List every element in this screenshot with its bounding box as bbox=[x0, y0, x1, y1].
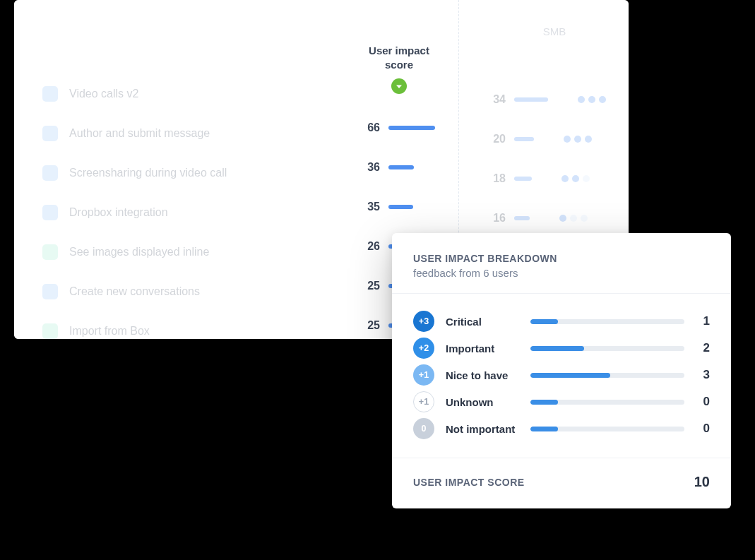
feature-label: See images displayed inline bbox=[69, 246, 209, 258]
breakdown-bar bbox=[530, 346, 684, 351]
feature-color-box bbox=[42, 244, 58, 260]
dot-icon bbox=[581, 215, 588, 222]
feature-label: Create new conversations bbox=[69, 285, 200, 298]
dot-icon bbox=[585, 136, 592, 143]
breakdown-label: Not important bbox=[446, 423, 530, 435]
smb-row: 34 bbox=[466, 80, 643, 119]
score-bar bbox=[388, 205, 413, 209]
popover-title: USER IMPACT BREAKDOWN bbox=[413, 253, 710, 264]
feature-color-box bbox=[42, 323, 58, 339]
score-value: 26 bbox=[360, 240, 380, 253]
dot-icon bbox=[583, 175, 590, 182]
popover-body: +3Critical1+2Important2+1Nice to have3+1… bbox=[392, 293, 731, 458]
breakdown-row: +1Unknown0 bbox=[413, 388, 710, 415]
feature-label: Author and submit message bbox=[69, 127, 210, 140]
smb-dots bbox=[561, 175, 590, 182]
breakdown-bar bbox=[530, 373, 684, 378]
dot-icon bbox=[578, 96, 585, 103]
score-column-header[interactable]: User impact score bbox=[339, 0, 459, 94]
feature-color-box bbox=[42, 86, 58, 102]
dot-icon bbox=[588, 96, 595, 103]
popover-header: USER IMPACT BREAKDOWN feedback from 6 us… bbox=[392, 233, 731, 293]
feature-row[interactable]: Screensharing during video call bbox=[42, 153, 339, 193]
breakdown-count: 2 bbox=[698, 341, 710, 355]
feature-row[interactable]: Dropbox integration bbox=[42, 193, 339, 232]
feature-label: Video calls v2 bbox=[69, 88, 138, 100]
smb-row: 18 bbox=[466, 159, 643, 198]
smb-dots bbox=[578, 96, 606, 103]
feature-color-box bbox=[42, 205, 58, 220]
sort-descending-icon[interactable] bbox=[391, 78, 407, 94]
feature-list: Video calls v2Author and submit messageS… bbox=[14, 74, 339, 351]
popover-footer-label: USER IMPACT SCORE bbox=[413, 477, 525, 488]
weight-badge: +3 bbox=[413, 311, 434, 332]
breakdown-count: 3 bbox=[698, 368, 710, 382]
smb-value: 34 bbox=[487, 93, 506, 106]
user-impact-breakdown-popover: USER IMPACT BREAKDOWN feedback from 6 us… bbox=[392, 233, 731, 508]
breakdown-row: +2Important2 bbox=[413, 335, 710, 362]
breakdown-label: Critical bbox=[446, 316, 530, 328]
score-value: 36 bbox=[360, 161, 380, 174]
score-value: 25 bbox=[360, 319, 380, 332]
smb-value: 16 bbox=[487, 212, 506, 225]
breakdown-label: Nice to have bbox=[446, 369, 530, 381]
popover-subtitle: feedback from 6 users bbox=[413, 267, 710, 279]
feature-label: Dropbox integration bbox=[69, 206, 168, 219]
breakdown-bar bbox=[530, 427, 684, 431]
smb-bar bbox=[514, 177, 532, 181]
score-value: 25 bbox=[360, 280, 380, 292]
feature-label: Screensharing during video call bbox=[69, 167, 227, 179]
breakdown-count: 0 bbox=[698, 422, 710, 436]
feature-row[interactable]: Create new conversations bbox=[42, 272, 339, 311]
score-row: 66 bbox=[339, 108, 459, 148]
breakdown-count: 0 bbox=[698, 395, 710, 409]
smb-dots bbox=[559, 215, 588, 222]
smb-value: 18 bbox=[487, 172, 506, 185]
feature-row[interactable]: Video calls v2 bbox=[42, 74, 339, 114]
breakdown-row: +1Nice to have3 bbox=[413, 362, 710, 388]
score-row: 35 bbox=[339, 187, 459, 227]
feature-color-box bbox=[42, 284, 58, 299]
popover-footer: USER IMPACT SCORE 10 bbox=[392, 458, 731, 508]
smb-bar bbox=[514, 97, 548, 102]
breakdown-label: Unknown bbox=[446, 396, 530, 408]
feature-row[interactable]: Author and submit message bbox=[42, 114, 339, 153]
feature-label: Import from Box bbox=[69, 325, 150, 338]
dot-icon bbox=[564, 136, 571, 143]
breakdown-label: Important bbox=[446, 342, 530, 355]
score-value: 35 bbox=[360, 201, 380, 213]
weight-badge: +1 bbox=[413, 391, 434, 412]
score-header-line1: User impact bbox=[369, 44, 429, 56]
breakdown-bar bbox=[530, 319, 684, 324]
dot-icon bbox=[561, 175, 569, 182]
feature-color-box bbox=[42, 165, 58, 181]
smb-dots bbox=[564, 136, 592, 143]
smb-bar bbox=[514, 137, 534, 141]
breakdown-row: 0Not important0 bbox=[413, 415, 710, 442]
feature-color-box bbox=[42, 126, 58, 141]
weight-badge: +2 bbox=[413, 338, 434, 359]
smb-row: 16 bbox=[466, 198, 643, 238]
score-bar bbox=[388, 165, 414, 169]
breakdown-row: +3Critical1 bbox=[413, 308, 710, 335]
smb-value: 20 bbox=[487, 133, 506, 145]
breakdown-count: 1 bbox=[698, 314, 710, 328]
smb-column-header[interactable]: SMB bbox=[466, 0, 643, 37]
weight-badge: +1 bbox=[413, 364, 434, 386]
score-row: 36 bbox=[339, 148, 459, 187]
dot-icon bbox=[572, 175, 579, 182]
dot-icon bbox=[559, 215, 566, 222]
dot-icon bbox=[570, 215, 577, 222]
feature-row[interactable]: See images displayed inline bbox=[42, 232, 339, 272]
score-header-line2: score bbox=[385, 59, 413, 71]
feature-row[interactable]: Import from Box bbox=[42, 311, 339, 351]
dot-icon bbox=[599, 96, 606, 103]
smb-row: 20 bbox=[466, 119, 643, 159]
popover-footer-score: 10 bbox=[694, 474, 710, 490]
score-bar bbox=[388, 126, 435, 130]
score-value: 66 bbox=[360, 121, 380, 134]
dot-icon bbox=[574, 136, 581, 143]
breakdown-bar bbox=[530, 400, 684, 405]
weight-badge: 0 bbox=[413, 418, 434, 439]
smb-bar bbox=[514, 216, 530, 220]
